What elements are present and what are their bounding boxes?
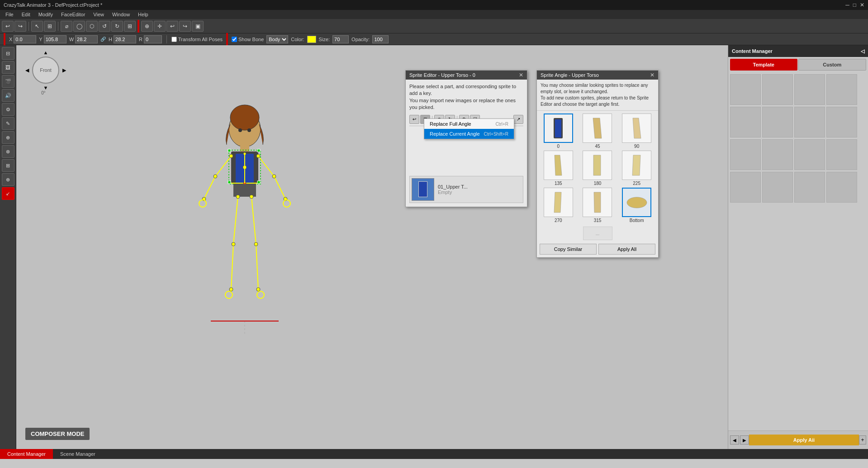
tool-11[interactable]: ↩: [166, 21, 178, 32]
menu-faceeditor[interactable]: FaceEditor: [57, 11, 89, 18]
angle-item-315[interactable]: 315: [579, 188, 617, 223]
cm-scroll-right[interactable]: ▶: [740, 435, 749, 444]
sidebar-btn-2[interactable]: 🖼: [2, 61, 14, 74]
ctx-replace-full-angle[interactable]: Replace Full Angle Ctrl+R: [424, 119, 514, 129]
menu-modify[interactable]: Modify: [35, 11, 57, 18]
size-input[interactable]: [332, 35, 349, 43]
tool-3[interactable]: ⌀: [61, 21, 72, 32]
apply-all-content-btn[interactable]: Apply Aii: [749, 435, 859, 445]
sprite-tb-btn-1[interactable]: ↩: [409, 115, 419, 124]
angle-item-bottom[interactable]: Bottom: [618, 188, 655, 223]
svg-rect-42: [228, 149, 231, 152]
nav-arrow-up[interactable]: ▲: [43, 50, 48, 55]
y-input[interactable]: [44, 35, 66, 43]
sidebar-btn-6[interactable]: ✎: [2, 117, 14, 130]
angle-item-180[interactable]: 180: [579, 151, 617, 186]
sprite-tb-btn-7[interactable]: ↗: [513, 115, 523, 124]
select-tool[interactable]: ↖: [31, 21, 43, 32]
bottom-tab-content-manager[interactable]: Content Manager: [0, 449, 53, 459]
cm-item-4[interactable]: [826, 74, 857, 105]
opacity-input[interactable]: [372, 35, 389, 43]
sidebar-btn-1[interactable]: ⊟: [2, 47, 14, 60]
cm-scroll-left[interactable]: ◀: [730, 435, 739, 444]
cm-tab-custom[interactable]: Custom: [798, 59, 867, 71]
nav-arrow-down[interactable]: ▼: [43, 85, 48, 90]
angle-item-270[interactable]: 270: [540, 188, 577, 223]
undo-button[interactable]: ↩: [2, 21, 14, 32]
sidebar-btn-9[interactable]: ⊞: [2, 159, 14, 172]
tool-5[interactable]: ⬡: [86, 21, 98, 32]
maximize-button[interactable]: □: [853, 2, 856, 8]
sidebar-btn-10[interactable]: ⊕: [2, 173, 14, 186]
sidebar-btn-5[interactable]: ⚙: [2, 103, 14, 116]
angle-item-135[interactable]: 135: [540, 151, 577, 186]
close-button[interactable]: ✕: [860, 2, 864, 8]
move-tool[interactable]: ⊞: [44, 21, 56, 32]
minimize-button[interactable]: ─: [845, 2, 849, 8]
cm-collapse-icon[interactable]: ◁: [861, 48, 864, 54]
cm-item-2[interactable]: [762, 74, 793, 105]
props-red-accent: [4, 33, 5, 46]
show-bone-checkbox[interactable]: [232, 37, 237, 42]
sprite-angle-close[interactable]: ✕: [650, 72, 655, 78]
cm-item-3[interactable]: [794, 74, 825, 105]
sidebar-btn-8[interactable]: ⊗: [2, 145, 14, 158]
transform-all-poses-checkbox[interactable]: [171, 37, 177, 42]
cm-item-5[interactable]: [730, 107, 761, 137]
sprite-row[interactable]: 01_Upper T... Empty: [409, 176, 523, 203]
cm-item-11[interactable]: [794, 139, 825, 170]
cm-item-10[interactable]: [762, 139, 793, 170]
menu-view[interactable]: View: [90, 11, 108, 18]
copy-similar-button[interactable]: Copy Similar: [540, 244, 597, 255]
menu-edit[interactable]: Edit: [18, 11, 34, 18]
bottom-tab-scene-manager[interactable]: Scene Manager: [53, 449, 103, 459]
color-swatch[interactable]: [307, 36, 316, 43]
cm-tab-template[interactable]: Template: [730, 59, 797, 71]
x-input[interactable]: [14, 35, 36, 43]
sidebar-btn-active[interactable]: ↙: [2, 187, 14, 200]
cm-item-15[interactable]: [794, 172, 825, 203]
cm-item-13[interactable]: [730, 172, 761, 203]
angle-item-225[interactable]: 225: [618, 151, 655, 186]
ctx-replace-current-angle[interactable]: Replace Current Angle Ctrl+Shift+R: [424, 129, 514, 139]
tool-8[interactable]: ⊞: [124, 21, 136, 32]
tool-7[interactable]: ↻: [111, 21, 123, 32]
r-input[interactable]: [144, 35, 162, 43]
cm-item-6[interactable]: [762, 107, 793, 137]
cm-item-16[interactable]: [826, 172, 857, 203]
w-input[interactable]: [75, 35, 98, 43]
cm-item-12[interactable]: [826, 139, 857, 170]
cm-item-1[interactable]: [730, 74, 761, 105]
canvas-area[interactable]: ▲ Front ▼ ◀ ▶ 0° COMPOSER MODE: [16, 45, 728, 449]
tool-10[interactable]: ✛: [154, 21, 166, 32]
cm-item-7[interactable]: [794, 107, 825, 137]
sprite-editor-close[interactable]: ✕: [519, 72, 523, 78]
tool-4[interactable]: ◯: [73, 21, 85, 32]
sidebar-btn-3[interactable]: 🎬: [2, 75, 14, 88]
sprite-angle-header: Sprite Angle - Upper Torso ✕: [537, 71, 658, 80]
title-bar-title: CrazyTalk Animator 3 - DefProject.ctProj…: [4, 2, 102, 8]
menu-help[interactable]: Help: [134, 11, 152, 18]
menu-window[interactable]: Window: [109, 11, 133, 18]
redo-button[interactable]: ↪: [14, 21, 26, 32]
tool-6[interactable]: ↺: [99, 21, 110, 32]
angle-item-45[interactable]: 45: [579, 113, 617, 149]
cm-item-9[interactable]: [730, 139, 761, 170]
tool-9[interactable]: ⊕: [141, 21, 153, 32]
body-select[interactable]: Body: [266, 35, 288, 43]
menu-file[interactable]: File: [2, 11, 17, 18]
nav-arrow-left[interactable]: ◀: [25, 67, 29, 73]
angle-item-0[interactable]: 0: [540, 113, 577, 149]
sidebar-btn-7[interactable]: ⊕: [2, 131, 14, 144]
sidebar-btn-4[interactable]: 🔊: [2, 89, 14, 102]
h-input[interactable]: [114, 35, 136, 43]
tool-13[interactable]: ▣: [192, 21, 204, 32]
angle-item-90[interactable]: 90: [618, 113, 655, 149]
cm-add-btn[interactable]: +: [859, 435, 866, 444]
cm-item-14[interactable]: [762, 172, 793, 203]
cm-bottom-toolbar: ◀ ▶ Apply Aii +: [728, 430, 868, 449]
nav-arrow-right[interactable]: ▶: [62, 67, 66, 73]
cm-item-8[interactable]: [826, 107, 857, 137]
apply-all-button[interactable]: Apply All: [598, 244, 655, 255]
tool-12[interactable]: ↪: [179, 21, 191, 32]
